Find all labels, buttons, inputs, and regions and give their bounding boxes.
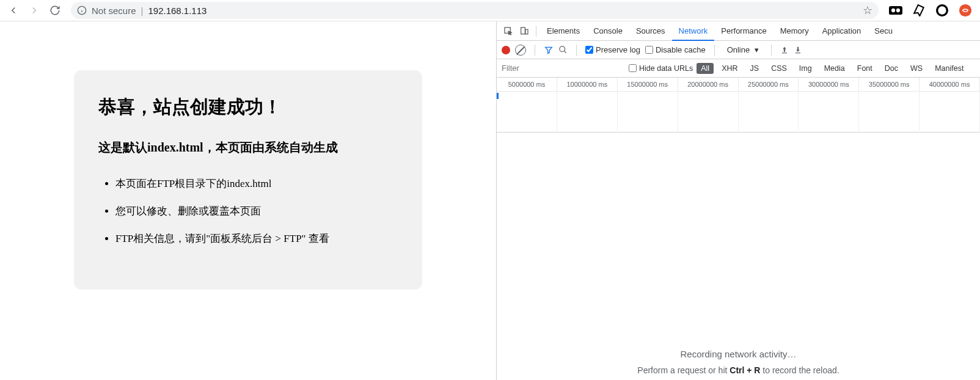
separator: [536, 26, 536, 37]
pill-media[interactable]: Media: [820, 63, 849, 74]
svg-point-7: [959, 4, 971, 16]
page-content: 恭喜，站点创建成功！ 这是默认index.html，本页面由系统自动生成 本页面…: [0, 21, 496, 380]
device-toggle-icon[interactable]: [516, 23, 532, 39]
filter-bar: Hide data URLs All XHR JS CSS Img Media …: [497, 59, 980, 78]
svg-point-5: [896, 9, 900, 12]
pill-doc[interactable]: Doc: [880, 63, 902, 74]
pill-xhr[interactable]: XHR: [717, 63, 742, 74]
throttle-select[interactable]: Online ▾: [723, 45, 763, 54]
hide-data-urls-checkbox[interactable]: Hide data URLs: [629, 64, 693, 73]
pill-img[interactable]: Img: [795, 63, 816, 74]
svg-point-4: [891, 9, 895, 12]
back-button[interactable]: [5, 2, 22, 19]
list-item: 本页面在FTP根目录下的index.html: [115, 177, 398, 191]
inspect-icon[interactable]: [500, 23, 516, 39]
filter-icon[interactable]: [544, 45, 554, 55]
timeline-tick: 35000000 ms: [859, 78, 920, 91]
svg-line-12: [564, 51, 566, 53]
throttle-value: Online: [727, 45, 750, 54]
timeline-tick: 25000000 ms: [739, 78, 799, 91]
timeline-tick: 20000000 ms: [678, 78, 739, 91]
preserve-log-checkbox[interactable]: Preserve log: [585, 45, 640, 54]
extension-icon-3[interactable]: [935, 3, 949, 18]
devtools-tabs: Elements Console Sources Network Perform…: [497, 21, 980, 41]
disable-cache-checkbox[interactable]: Disable cache: [645, 45, 706, 54]
extension-icon-4[interactable]: [958, 3, 973, 18]
filter-input[interactable]: [497, 62, 625, 75]
preserve-log-label: Preserve log: [596, 45, 640, 54]
tab-performance[interactable]: Performance: [714, 21, 773, 41]
browser-toolbar: Not secure | 192.168.1.113 ☆: [0, 0, 980, 21]
tab-sources[interactable]: Sources: [629, 21, 672, 41]
pipe-divider: |: [141, 5, 144, 16]
svg-point-11: [560, 46, 565, 52]
info-list: 本页面在FTP根目录下的index.html 您可以修改、删除或覆盖本页面 FT…: [98, 177, 398, 246]
info-card: 恭喜，站点创建成功！ 这是默认index.html，本页面由系统自动生成 本页面…: [74, 70, 422, 290]
extension-icon-2[interactable]: [912, 3, 926, 18]
timeline-tick: 40000000 ms: [920, 78, 980, 91]
pill-font[interactable]: Font: [853, 63, 877, 74]
hide-data-urls-input[interactable]: [629, 64, 637, 72]
svg-rect-14: [795, 53, 800, 53]
url-text: 192.168.1.113: [148, 5, 207, 16]
svg-rect-9: [521, 27, 525, 34]
network-empty-state: Recording network activity… Perform a re…: [497, 133, 980, 380]
timeline-ruler: 5000000 ms 10000000 ms 15000000 ms 20000…: [497, 78, 980, 91]
list-item: 您可以修改、删除或覆盖本页面: [115, 204, 398, 218]
separator: [714, 45, 715, 56]
extension-icon-1[interactable]: [888, 3, 903, 18]
svg-point-6: [937, 5, 948, 16]
network-toolbar: Preserve log Disable cache Online ▾: [497, 41, 980, 59]
pill-all[interactable]: All: [697, 63, 714, 74]
timeline-tick: 10000000 ms: [557, 78, 618, 91]
download-icon[interactable]: [794, 46, 802, 54]
forward-button[interactable]: [26, 2, 43, 19]
timeline[interactable]: 5000000 ms 10000000 ms 15000000 ms 20000…: [497, 78, 980, 133]
list-item: FTP相关信息，请到"面板系统后台 > FTP" 查看: [115, 232, 398, 246]
pill-ws[interactable]: WS: [906, 63, 927, 74]
disable-cache-input[interactable]: [645, 46, 653, 54]
clear-button[interactable]: [515, 45, 526, 56]
disable-cache-label: Disable cache: [656, 45, 706, 54]
timeline-tick: 5000000 ms: [497, 78, 557, 91]
tab-console[interactable]: Console: [587, 21, 629, 41]
page-heading: 恭喜，站点创建成功！: [98, 95, 398, 120]
recording-hint: Perform a request or hit Ctrl + R to rec…: [637, 365, 839, 375]
separator: [535, 45, 535, 56]
page-subheading: 这是默认index.html，本页面由系统自动生成: [98, 139, 398, 156]
star-icon[interactable]: ☆: [863, 4, 872, 17]
timeline-tick: 30000000 ms: [799, 78, 859, 91]
search-icon[interactable]: [558, 45, 568, 54]
pill-css[interactable]: CSS: [767, 63, 791, 74]
separator: [576, 45, 577, 56]
devtools-panel: Elements Console Sources Network Perform…: [496, 21, 980, 380]
svg-rect-3: [889, 6, 902, 15]
tab-elements[interactable]: Elements: [540, 21, 587, 41]
hide-data-urls-label: Hide data URLs: [639, 64, 693, 73]
timeline-body: [497, 91, 980, 133]
dropdown-icon: ▾: [755, 45, 759, 54]
pill-js[interactable]: JS: [746, 63, 764, 74]
tab-application[interactable]: Application: [816, 21, 868, 41]
not-secure-label: Not secure: [92, 5, 136, 16]
info-icon: [77, 5, 87, 15]
upload-icon[interactable]: [780, 46, 789, 54]
tab-security[interactable]: Secu: [868, 21, 899, 41]
reload-button[interactable]: [46, 2, 64, 19]
svg-rect-10: [525, 29, 528, 34]
tab-memory[interactable]: Memory: [773, 21, 816, 41]
timeline-tick: 15000000 ms: [618, 78, 678, 91]
separator: [771, 45, 772, 56]
record-button[interactable]: [502, 46, 510, 54]
timeline-marker: [497, 93, 499, 99]
preserve-log-input[interactable]: [585, 46, 593, 54]
pill-manifest[interactable]: Manifest: [931, 63, 968, 74]
address-bar[interactable]: Not secure | 192.168.1.113 ☆: [71, 2, 879, 19]
tab-network[interactable]: Network: [672, 21, 715, 41]
svg-rect-13: [782, 53, 787, 53]
recording-title: Recording network activity…: [680, 349, 796, 359]
